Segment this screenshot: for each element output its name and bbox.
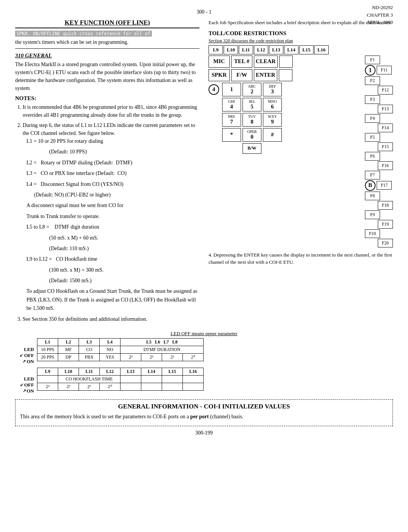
on2-l14 [141,383,162,390]
f11-key[interactable]: F11 [377,66,392,74]
enter-key[interactable]: ENTER [254,69,277,81]
toll-code-heading: TOLL/CODE RESTRICTIONS [209,30,393,37]
key-2[interactable]: ABC2 [243,83,261,96]
led-label-group1: LED ↙OFF ↗ON [15,346,34,365]
kbox-l16: L16 [314,45,329,54]
f7-key[interactable]: F7 [365,171,380,179]
on2-l15 [162,383,183,390]
off2-l14 [141,375,162,383]
circle-num-4: 4 [209,84,219,95]
item-4-text: 4. Depressing the ENTER key causes the d… [209,251,393,266]
key-4[interactable]: GHI4 [222,98,241,111]
bw-key[interactable]: B/W [243,143,261,154]
key-6[interactable]: MNO6 [263,98,282,111]
key-0[interactable]: OPER0 [243,128,261,142]
on2-l11: 2¹ [79,383,100,390]
col2-l10: L10 [58,368,79,375]
on2-l10: 2² [58,383,79,390]
off-l1: 10 PPS [37,346,58,353]
fw-key[interactable]: F/W [231,69,252,81]
intro-text: the system's timers which can be set in … [15,38,199,46]
f1-key[interactable]: F1 [365,56,380,64]
blank-1 [279,56,293,68]
on-l3: PBX [79,353,100,361]
on2-l12: 2⁰ [100,383,121,390]
kbox-l11: L11 [239,45,253,54]
sub-l2: L2 = Rotary or DTMF dialing (Default: DT… [26,159,199,167]
blank-2 [279,69,292,81]
on2-l16 [183,383,204,390]
key-3[interactable]: DEF3 [263,83,282,96]
keys-section: MIC TEL # CLEAR SPKR F/W ENTER [209,56,363,248]
spkr-key[interactable]: SPKR [209,69,230,81]
sub-l1: L1 = 10 or 20 PPS for rotary dialing [26,137,199,145]
left-column: KEY FUNCTION (OFF LINE) SPKR. ON/OFFLINE… [15,19,199,325]
f17-key[interactable]: F17 [377,181,392,190]
key-9[interactable]: WXY9 [263,113,282,127]
f2-key[interactable]: F2 [365,76,380,85]
mic-key[interactable]: MIC [209,56,230,68]
f3-key[interactable]: F3 [365,95,380,104]
sku-text: SPKR. ON/OFFLINE quick cross reference f… [17,31,150,36]
f19-key[interactable]: F19 [378,220,393,229]
sub-l3: L3 = CO or PBX line interface (Default: … [26,169,199,178]
off2-l13 [121,375,141,383]
f14-key[interactable]: F14 [378,124,393,132]
section-title: KEY FUNCTION (OFF LINE) [15,19,199,28]
fkeys-section: F1 1 F11 F2 F12 [365,56,393,248]
right-intro: Each Job Specification sheet includes a … [209,19,393,26]
sub-l4-note1: A disconnect signal must be sent from CO… [26,201,199,210]
on-l7: 2¹ [162,353,183,361]
f13-key[interactable]: F13 [378,105,393,113]
f8-key[interactable]: F8 [365,192,380,200]
sub-l9-default: (Default: 1500 mS.) [26,277,199,285]
keypad-top-row: L9 L10 L11 L12 L13 L14 L15 L16 [209,45,393,54]
note-2: During step 6, the status of L1 to L12 L… [23,121,199,313]
sub-l4-note2: Trunk to Trunk transfer to operate. [26,212,199,221]
note-2-subitems: L1 = 10 or 20 PPS for rotary dialing (De… [23,137,199,313]
keypad-row-5: PRS7 TUV8 WXY9 [209,113,363,127]
note-1: It is recommended that 4B6 be programmed… [23,103,199,119]
col-l2: L2 [58,338,79,346]
f10-key[interactable]: F10 [365,229,380,238]
col-l3: L3 [79,338,100,346]
sub-l5-formula: (50 mS. x M) + 60 mS. [26,234,199,242]
off-l2: MF [58,346,79,353]
f5-key[interactable]: F5 [365,133,380,142]
kbox-l15: L15 [299,45,314,54]
notes-heading: NOTES: [15,95,199,102]
key-7[interactable]: PRS7 [222,113,241,127]
sub-l5-l8: L5 to L8 = DTMF digit duration [26,223,199,231]
info-box: GENERAL INFORMATION - COI-I INITIALIZED … [15,399,393,426]
f12-key[interactable]: F12 [378,86,393,94]
col-l4: L4 [100,338,121,346]
f20-key[interactable]: F20 [378,239,393,247]
keypad-area: L9 L10 L11 L12 L13 L14 L15 L16 MIC [209,45,393,248]
key-1[interactable]: 1 [222,83,241,96]
tel-hash-key[interactable]: TEL # [231,56,252,68]
kbox-l10: L10 [224,45,238,54]
f6-key[interactable]: F6 [365,152,380,161]
sub-l4-default: (Default: NO) (CPU-EB2 or higher) [26,191,199,199]
on-l4: YES [100,353,121,361]
info-box-title: GENERAL INFORMATION - COI-I INITIALIZED … [20,403,388,410]
key-hash[interactable]: # [263,128,282,142]
f4-key[interactable]: F4 [365,114,380,123]
led-label-group2: LED ↙OFF ↗ON [15,376,34,394]
col-l5-l8: L5 L6 L7 L8 [121,338,204,346]
key-star[interactable]: * [222,128,241,142]
sub-hookflash-note: To adjust CO Hookflash on a Ground Start… [26,287,199,312]
f16-key[interactable]: F16 [378,161,393,170]
kbox-l12: L12 [254,45,268,54]
kbox-l13: L13 [269,45,283,54]
note-3: See Section 350 for definitions and addi… [23,315,199,323]
led-label: LED OFF means upper parameter [15,331,393,337]
f18-key[interactable]: F18 [378,201,393,210]
f15-key[interactable]: F15 [378,142,393,151]
key-5[interactable]: JKL5 [243,98,261,111]
col2-l16: L16 [183,368,204,375]
clear-key[interactable]: CLEAR [254,56,278,68]
key-8[interactable]: TUV8 [243,113,261,127]
f9-key[interactable]: F9 [365,210,380,219]
info-box-text: This area of the memory block is used to… [20,413,388,421]
